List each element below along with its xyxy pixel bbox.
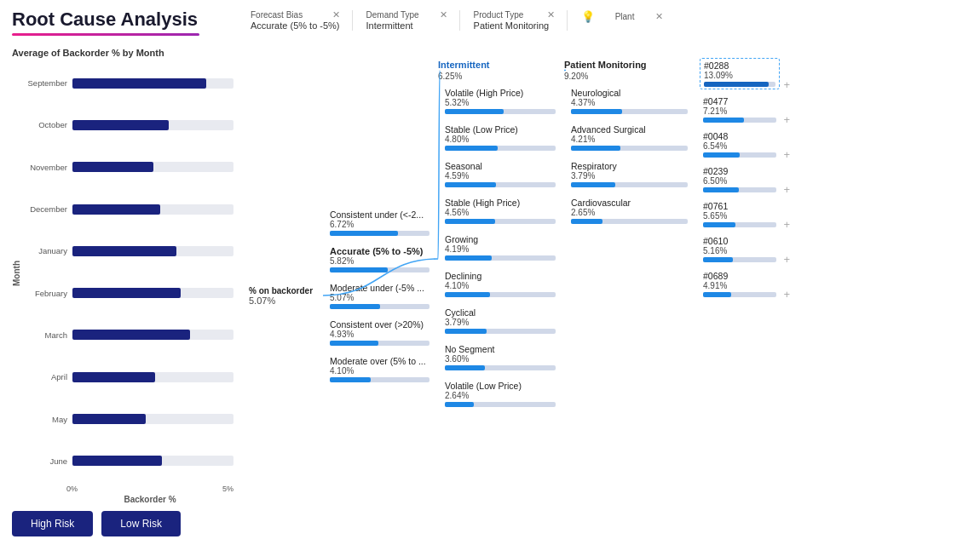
sankey-item-label: Moderate under (-5% ... — [330, 283, 429, 293]
filter-value-0: Accurate (5% to -5%) — [251, 20, 340, 31]
filter-close-0[interactable]: ✕ — [332, 10, 340, 20]
bar-fill — [72, 78, 206, 89]
sankey-item-value: 4.59% — [445, 171, 556, 181]
filter-close-1[interactable]: ✕ — [440, 10, 447, 20]
sankey-item-value: 6.50% — [703, 176, 776, 186]
sankey-item: % on backorder5.07% — [242, 283, 316, 309]
sankey-item-value: 4.10% — [445, 281, 556, 290]
sankey-bar-bg — [703, 152, 776, 158]
sankey-bar-fill — [445, 402, 474, 407]
sankey-bar-fill — [445, 146, 498, 151]
sankey-bar-bg — [445, 292, 556, 297]
filter-name-3: Plant — [615, 12, 635, 21]
bar-fill — [72, 330, 190, 340]
sankey-bar-fill — [445, 109, 504, 114]
expand-plant-btn[interactable]: + — [783, 183, 790, 196]
filter-name-1: Demand Type — [366, 10, 419, 20]
sankey-item-value: 3.79% — [445, 318, 556, 327]
sankey-item: Consistent under (<-2...6.72% — [323, 206, 433, 239]
bar-fill — [72, 288, 181, 298]
sankey-item-value: 6.54% — [703, 141, 776, 151]
bar-row: June — [23, 456, 233, 466]
sankey-item: #07615.65% — [696, 198, 780, 231]
sankey-item-label: #0048 — [703, 131, 776, 141]
sankey-item: #06894.91% — [696, 267, 780, 301]
bar-fill — [72, 456, 162, 466]
filter-chip-3: 💡 Plant ✕ — [581, 10, 675, 24]
expand-plant-btn[interactable]: + — [783, 218, 790, 231]
sankey-bar-bg — [703, 187, 776, 192]
sankey-bar-bg — [330, 267, 429, 272]
sankey-item-label: Accurate (5% to -5%) — [330, 246, 429, 256]
sankey-item: Cyclical3.79% — [438, 304, 559, 337]
expand-plant-btn[interactable]: + — [783, 288, 790, 301]
bars-area: SeptemberOctoberNovemberDecemberJanuaryF… — [23, 63, 233, 483]
sankey-bar-fill — [571, 182, 615, 187]
bar-y-label: February — [23, 289, 72, 298]
filter-close-3[interactable]: ✕ — [655, 12, 663, 21]
low-risk-button[interactable]: Low Risk — [101, 511, 181, 536]
col-product: Patient Monitoring9.20%Neurological4.37%… — [564, 54, 696, 536]
bar-y-label: October — [23, 120, 72, 129]
sankey-item-value: 2.64% — [445, 391, 556, 400]
sankey-bar-fill — [571, 109, 622, 114]
sankey-item-label: #0689 — [703, 271, 776, 281]
expand-plant-btn[interactable]: + — [783, 78, 790, 91]
sankey-bar-fill — [703, 222, 735, 227]
bottom-buttons: High RiskLow Risk — [12, 511, 233, 536]
sankey-item: Seasonal4.59% — [438, 158, 559, 191]
high-risk-button[interactable]: High Risk — [12, 511, 93, 536]
sankey-item: Stable (Low Price)4.80% — [438, 121, 559, 154]
sankey-item-label: Volatile (High Price) — [445, 88, 556, 98]
sankey-bar-fill — [445, 255, 492, 261]
sankey-item: No Segment3.60% — [438, 341, 559, 374]
bar-y-label: June — [23, 456, 72, 466]
sankey-item: #028813.09% — [696, 56, 780, 91]
sankey-item: Volatile (High Price)5.32% — [438, 84, 559, 118]
filters-bar: Forecast Bias ✕ Accurate (5% to -5%) Dem… — [251, 10, 968, 31]
sankey-item-label: #0239 — [703, 166, 776, 176]
sankey-bar-fill — [330, 304, 380, 309]
x-axis-title: Backorder % — [12, 495, 233, 504]
plant-row: #04777.21%+ — [696, 93, 790, 126]
sankey-item-label: Neurological — [571, 88, 688, 98]
sankey-bar-bg — [445, 402, 556, 407]
sankey-bar-bg — [330, 377, 429, 382]
demand-col-header-value: 6.25% — [438, 72, 559, 81]
sankey-item: Moderate over (5% to ...4.10% — [323, 353, 433, 386]
bar-fill — [72, 204, 160, 215]
sankey-bar-fill — [330, 377, 371, 382]
sankey-bar-bg — [330, 304, 429, 309]
sankey-item-label: Respiratory — [571, 161, 688, 171]
expand-plant-btn[interactable]: + — [783, 113, 790, 126]
chart-section: Average of Backorder % by Month Month Se… — [12, 48, 242, 536]
sankey-bar-fill — [330, 341, 378, 346]
bar-y-label: January — [23, 246, 72, 255]
col-forecast: Consistent under (<-2...6.72%Accurate (5… — [323, 54, 438, 536]
bar-row: November — [23, 162, 233, 172]
sankey-item: Declining4.10% — [438, 267, 559, 301]
sankey-item-label: Cardiovascular — [571, 198, 688, 208]
sankey-item-value: 6.72% — [330, 220, 429, 229]
sankey-item-value: 7.21% — [703, 106, 776, 116]
bar-fill — [72, 246, 176, 256]
expand-plant-btn[interactable]: + — [783, 148, 790, 161]
sankey-bar-fill — [445, 182, 496, 187]
sankey-item-value: 3.79% — [571, 171, 688, 181]
sankey-bar-bg — [445, 255, 556, 261]
sankey-item: Volatile (Low Price)2.64% — [438, 377, 559, 410]
sankey-item-value: 4.80% — [445, 135, 556, 144]
expand-plant-btn[interactable]: + — [783, 253, 790, 266]
bar-row: May — [23, 414, 233, 424]
filter-close-2[interactable]: ✕ — [547, 10, 555, 20]
sankey-item-value: 5.65% — [703, 211, 776, 221]
x-axis: 0%5% — [12, 485, 233, 493]
sankey-item-label: Seasonal — [445, 161, 556, 171]
sankey-item: Cardiovascular2.65% — [564, 194, 691, 227]
sankey-bar-fill — [703, 187, 739, 192]
sankey-bar-bg — [445, 182, 556, 187]
sankey-item-label: No Segment — [445, 344, 556, 354]
sankey-item-value: 4.10% — [330, 366, 429, 376]
sankey-bar-bg — [445, 146, 556, 151]
sankey-item: Stable (High Price)4.56% — [438, 194, 559, 227]
